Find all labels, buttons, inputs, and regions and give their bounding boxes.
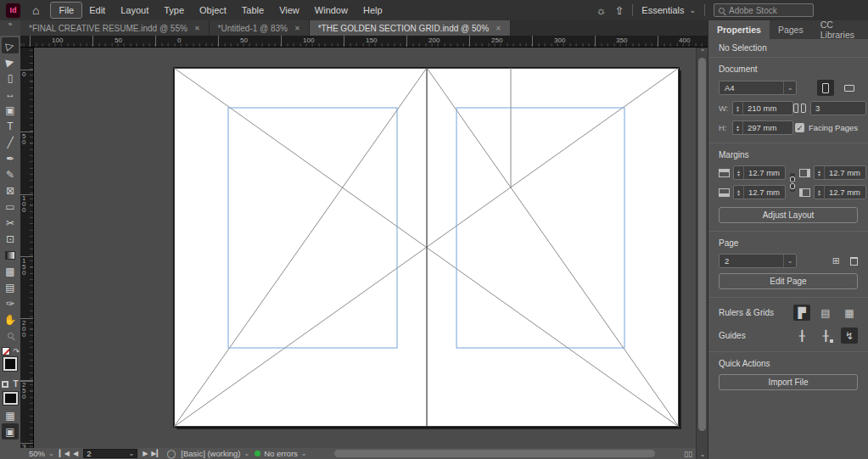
content-collector-tool[interactable]: ▣	[2, 102, 19, 118]
frame-tool[interactable]: ⊠	[2, 182, 19, 199]
margin-bottom-field[interactable]: ▲▼ 12.7 mm	[733, 185, 786, 199]
delete-page-icon[interactable]	[850, 257, 858, 266]
page-count-field[interactable]: 3	[810, 101, 866, 115]
document-tab[interactable]: *FINAL CREATIVE RESUME.indd @ 55%✕	[20, 20, 210, 36]
close-icon[interactable]: ✕	[194, 25, 200, 32]
show-rulers-icon[interactable]: ▛	[793, 305, 810, 321]
orientation-landscape-button[interactable]	[841, 80, 858, 96]
stepper-icon[interactable]: ▲▼	[815, 166, 825, 179]
panel-tab-pages[interactable]: Pages	[770, 20, 812, 39]
adobe-stock-search[interactable]: Adobe Stock	[714, 3, 814, 17]
facing-pages-checkbox[interactable]: ✓	[795, 123, 804, 132]
note-tool[interactable]: ▤	[2, 279, 19, 295]
add-page-icon[interactable]: ⊞	[832, 255, 840, 266]
page-size-dropdown[interactable]: A4 ⌄	[719, 81, 797, 95]
margin-top-field[interactable]: ▲▼ 12.7 mm	[733, 165, 786, 180]
screen-mode-button[interactable]: ▣	[2, 423, 19, 439]
hand-tool[interactable]: ✋	[2, 311, 19, 327]
vertical-scroll-thumb[interactable]	[698, 58, 706, 431]
pen-tool[interactable]: ✒	[2, 150, 19, 166]
gap-tool[interactable]: ↔	[2, 86, 19, 102]
show-guides-icon[interactable]: ╂	[793, 327, 810, 344]
direct-selection-tool[interactable]: ▶	[2, 53, 19, 70]
page-number-dropdown[interactable]: 2 ⌄	[83, 449, 137, 458]
gradient-feather-tool[interactable]: ▩	[2, 263, 19, 279]
panel-tab-cc-libraries[interactable]: CC Libraries	[812, 20, 868, 39]
zoom-level-dropdown[interactable]: 50% ⌄	[29, 449, 54, 458]
rectangle-tool[interactable]: ▭	[2, 199, 19, 215]
menu-table[interactable]: Table	[234, 3, 272, 18]
close-icon[interactable]: ✕	[496, 25, 501, 32]
horizontal-ruler[interactable]: 10050050100150200250300350400	[20, 36, 708, 48]
learn-icon[interactable]: ☼	[596, 4, 606, 17]
menu-object[interactable]: Object	[192, 3, 234, 18]
menu-help[interactable]: Help	[356, 3, 390, 18]
stepper-icon[interactable]: ▲▼	[734, 166, 744, 179]
stepper-icon[interactable]: ▲▼	[733, 121, 743, 134]
apply-color-swatch[interactable]	[3, 392, 18, 405]
line-tool[interactable]: ╱	[2, 134, 19, 150]
horizontal-scrollbar[interactable]	[316, 450, 676, 457]
free-transform-tool[interactable]: ⊡	[2, 231, 19, 247]
menu-edit[interactable]: Edit	[81, 3, 113, 18]
selection-tool[interactable]: ▷	[2, 37, 19, 53]
scroll-down-icon[interactable]: ⌄	[697, 451, 708, 458]
margin-left-field[interactable]: ▲▼ 12.7 mm	[814, 185, 866, 199]
orientation-portrait-button[interactable]	[817, 80, 834, 96]
baseline-grid-icon[interactable]: ▤	[817, 305, 834, 321]
preflight-menu-icon[interactable]: ◯	[167, 449, 176, 458]
stepper-icon[interactable]: ▲▼	[734, 186, 744, 199]
smart-guides-icon[interactable]: ↯	[841, 327, 858, 344]
link-margins-icon[interactable]	[790, 173, 795, 192]
apply-gradient-tile[interactable]: ▦	[2, 407, 19, 423]
scroll-up-icon[interactable]: ⌃	[697, 48, 708, 56]
document-tab[interactable]: *THE GOLDEN SECTION GRID.indd @ 50%✕	[310, 20, 511, 36]
import-file-button[interactable]: Import File	[719, 374, 858, 390]
eyedropper-tool[interactable]: ✑	[2, 295, 19, 311]
workspace-switcher[interactable]: Essentials ⌄	[641, 5, 696, 15]
first-page-button[interactable]: ▎◀	[59, 450, 70, 457]
stepper-icon[interactable]: ▲▼	[733, 102, 743, 115]
height-field[interactable]: ▲▼ 297 mm	[732, 120, 793, 135]
lock-guides-icon[interactable]: ╂	[817, 327, 834, 344]
margin-right-field[interactable]: ▲▼ 12.7 mm	[814, 165, 866, 180]
share-icon[interactable]: ⇧	[614, 4, 624, 17]
document-tab[interactable]: *Untitled-1 @ 83%✕	[210, 20, 310, 36]
formatting-text-icon[interactable]: T	[13, 379, 18, 389]
type-tool[interactable]: T	[2, 118, 19, 134]
next-page-button[interactable]: ▶	[143, 450, 148, 457]
stepper-icon[interactable]: ▲▼	[815, 186, 825, 199]
gradient-tool[interactable]	[2, 247, 19, 263]
home-icon[interactable]: ⌂	[32, 4, 39, 16]
scissors-tool[interactable]: ✂	[2, 215, 19, 231]
page-tool[interactable]: ▯	[2, 70, 19, 86]
formatting-container-icon[interactable]	[2, 381, 8, 388]
menu-layout[interactable]: Layout	[113, 3, 156, 18]
pencil-tool[interactable]: ✎	[2, 166, 19, 182]
page-select-dropdown[interactable]: 2 ⌄	[719, 254, 797, 268]
preflight-profile-dropdown[interactable]: [Basic] (working) ⌄	[181, 449, 249, 458]
width-field[interactable]: ▲▼ 210 mm	[732, 101, 793, 115]
document-grid-icon[interactable]: ▦	[841, 305, 858, 321]
adjust-layout-button[interactable]: Adjust Layout	[719, 207, 858, 223]
zoom-tool[interactable]	[2, 327, 19, 344]
stroke-swatch[interactable]	[3, 357, 17, 371]
last-page-button[interactable]: ▶▎	[151, 450, 161, 457]
edit-page-button[interactable]: Edit Page	[719, 273, 858, 289]
vertical-ruler[interactable]: 05 01 0 01 5 02 0 02 5 03 0 0	[20, 48, 34, 448]
menu-file[interactable]: File	[51, 3, 81, 18]
horizontal-scroll-thumb[interactable]	[334, 450, 656, 457]
preflight-status[interactable]: No errors ⌄	[255, 449, 306, 458]
fill-none-swatch[interactable]	[2, 347, 10, 355]
close-icon[interactable]: ✕	[294, 25, 300, 32]
vertical-scrollbar[interactable]: ⌃ ⌄	[696, 48, 708, 459]
swap-fill-stroke-icon[interactable]: ↷	[13, 347, 20, 355]
menu-type[interactable]: Type	[156, 3, 192, 18]
fill-stroke-controls[interactable]: ↷	[1, 347, 20, 376]
menu-window[interactable]: Window	[307, 3, 356, 18]
panel-tab-properties[interactable]: Properties	[708, 20, 770, 39]
toolbar-expand-control[interactable]: »	[0, 20, 20, 36]
document-canvas[interactable]	[34, 48, 696, 448]
menu-view[interactable]: View	[272, 3, 307, 18]
previous-page-button[interactable]: ◀	[73, 450, 78, 457]
